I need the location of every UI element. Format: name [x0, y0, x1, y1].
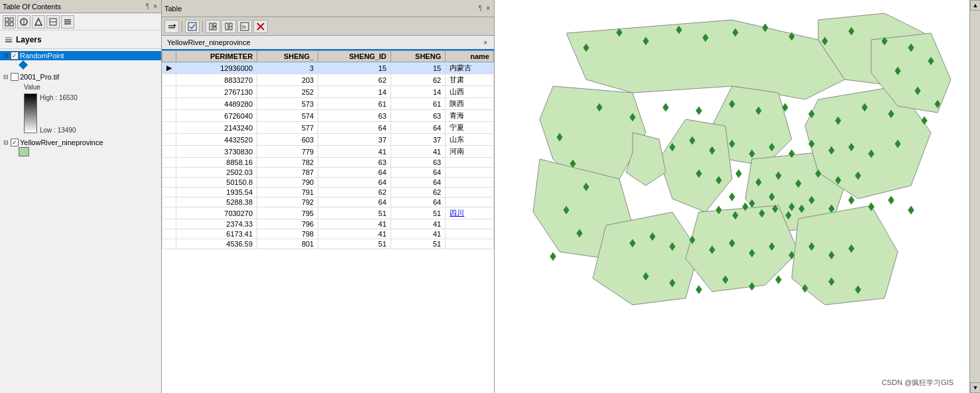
scroll-down-btn[interactable]: ▼: [970, 382, 980, 393]
table-btn-delete[interactable]: [253, 20, 268, 33]
cell-name: 甘肃: [446, 74, 494, 86]
table-row: 21432405776464宁夏: [162, 122, 494, 134]
layer-item-yellowriver: ⊟ YellowRiver_nineprovince: [0, 137, 161, 158]
svg-rect-2: [5, 23, 9, 26]
cell-sheng2: 64: [391, 122, 445, 134]
toc-title: Table Of Contents: [3, 3, 61, 11]
cell-name: 河南: [446, 146, 494, 158]
toc-header: Table Of Contents ¶ ×: [0, 0, 161, 13]
data-table-container[interactable]: PERIMETER SHENG_ SHENG_ID SHENG name ▶12…: [162, 50, 494, 393]
cell-name: 山西: [446, 86, 494, 98]
cell-sheng: 795: [257, 207, 318, 219]
table-btn-add-col[interactable]: [206, 20, 220, 33]
cell-sheng: 801: [257, 239, 318, 249]
raster-low-label: Low : 13490: [40, 126, 78, 135]
cell-sheng2: 41: [391, 219, 445, 229]
col-header-name[interactable]: name: [446, 51, 494, 62]
table-row: ▶1293600031515内蒙古: [162, 62, 494, 74]
cell-sheng-id: 14: [318, 86, 391, 98]
layer-row-randompoint[interactable]: ⊟ RandomPoint: [0, 51, 161, 60]
col-header-sheng[interactable]: SHENG_: [257, 51, 318, 62]
scroll-up-btn[interactable]: ▲: [970, 0, 980, 11]
cell-perimeter: 4489280: [176, 98, 257, 110]
cell-name: [446, 239, 494, 249]
col-header-perimeter[interactable]: PERIMETER: [176, 51, 257, 62]
cell-perimeter: 2374.33: [176, 219, 257, 229]
table-row: 27671302521414山西: [162, 86, 494, 98]
cell-sheng: 252: [257, 86, 318, 98]
cell-sheng-id: 41: [318, 229, 391, 239]
cell-sheng: 796: [257, 219, 318, 229]
cell-sheng-id: 64: [318, 197, 391, 207]
table-row: 8858.167826363: [162, 158, 494, 168]
table-row: 70302707955151四川: [162, 207, 494, 219]
checkbox-yellowriver[interactable]: [11, 139, 19, 146]
svg-rect-13: [5, 39, 12, 40]
toc-toolbar-btn-5[interactable]: [61, 15, 74, 28]
cell-sheng2: 64: [391, 168, 445, 178]
table-btn-calc[interactable]: fx: [237, 20, 252, 33]
toc-toolbar-btn-2[interactable]: [17, 15, 31, 28]
table-tab-close[interactable]: ×: [482, 39, 489, 46]
map-scrollbar[interactable]: ▲ ▼: [969, 0, 980, 393]
table-row: 2374.337964141: [162, 219, 494, 229]
row-indicator: [162, 178, 176, 188]
data-table: PERIMETER SHENG_ SHENG_ID SHENG name ▶12…: [162, 50, 494, 249]
cell-sheng: 798: [257, 229, 318, 239]
col-header-sheng2[interactable]: SHENG: [391, 51, 445, 62]
col-header-sheng-id[interactable]: SHENG_ID: [318, 51, 391, 62]
svg-rect-14: [5, 37, 12, 38]
expand-raster[interactable]: ⊟: [3, 74, 9, 80]
table-btn-select[interactable]: [185, 20, 200, 33]
expand-yellowriver[interactable]: ⊟: [3, 139, 9, 146]
layer-row-raster[interactable]: ⊟ 2001_Pro.tif: [0, 72, 161, 82]
table-row: 4536.598015151: [162, 239, 494, 249]
toc-toolbar-btn-3[interactable]: [32, 15, 45, 28]
svg-rect-3: [10, 23, 13, 26]
expand-randompoint[interactable]: ⊟: [3, 52, 9, 59]
table-close-button[interactable]: ×: [485, 5, 491, 12]
svg-text:fx: fx: [242, 24, 246, 30]
cell-perimeter: 8833270: [176, 74, 257, 86]
province-legend-icon: [19, 147, 29, 156]
cell-name: 内蒙古: [446, 62, 494, 74]
map-watermark: CSDN @疯狂学习GIS: [882, 378, 953, 388]
table-btn-options[interactable]: [164, 20, 179, 33]
toc-panel: Table Of Contents ¶ × Layers: [0, 0, 162, 393]
table-btn-remove-col[interactable]: [221, 20, 236, 33]
layer-sub-yellowriver: [0, 147, 161, 158]
map-panel[interactable]: CSDN @疯狂学习GIS ▲ ▼: [495, 0, 980, 393]
table-row: 2502.037876464: [162, 168, 494, 178]
table-row: 5288.387926464: [162, 197, 494, 207]
cell-sheng: 791: [257, 188, 318, 197]
layer-row-yellowriver[interactable]: ⊟ YellowRiver_nineprovince: [0, 138, 161, 147]
table-panel-title: Table: [164, 5, 182, 13]
cell-sheng-id: 61: [318, 98, 391, 110]
cell-perimeter: 4536.59: [176, 239, 257, 249]
cell-name: [446, 158, 494, 168]
row-indicator: [162, 197, 176, 207]
cell-sheng-id: 15: [318, 62, 391, 74]
row-indicator: [162, 188, 176, 197]
toc-toolbar-btn-4[interactable]: [46, 15, 60, 28]
raster-gradient-bar: [24, 93, 37, 133]
cell-perimeter: 2767130: [176, 86, 257, 98]
cell-sheng: 573: [257, 98, 318, 110]
checkbox-raster[interactable]: [11, 73, 19, 81]
cell-sheng: 603: [257, 134, 318, 146]
col-header-indicator: [162, 51, 176, 62]
cell-name: [446, 168, 494, 178]
toc-toolbar-btn-1[interactable]: [3, 15, 16, 28]
layer-sub-randompoint: [0, 60, 161, 71]
cell-sheng-id: 62: [318, 188, 391, 197]
toc-close-button[interactable]: ×: [152, 3, 158, 10]
cell-sheng-id: 64: [318, 168, 391, 178]
table-row: 50150.87906464: [162, 178, 494, 188]
row-indicator: [162, 168, 176, 178]
checkbox-randompoint[interactable]: [11, 52, 19, 60]
table-row: 44325206033737山东: [162, 134, 494, 146]
table-toolbar: Table ¶ ×: [162, 0, 494, 17]
cell-sheng: 577: [257, 122, 318, 134]
cell-sheng2: 51: [391, 239, 445, 249]
table-pin-sep: ¶: [479, 5, 482, 12]
